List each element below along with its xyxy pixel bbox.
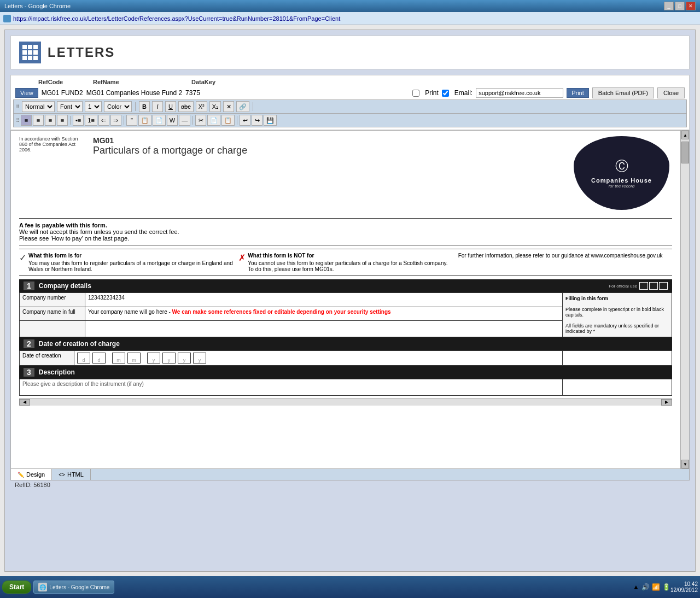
empty-value [85, 321, 563, 337]
align-left-btn[interactable]: ≡ [21, 115, 32, 126]
bold-btn[interactable]: B [139, 101, 150, 112]
company-name-label: Company name in full [20, 307, 85, 321]
align-justify-btn[interactable]: ≡ [57, 115, 68, 126]
email-input[interactable]: support@riskfree.co.uk [476, 88, 563, 98]
date-y2[interactable]: y [162, 353, 176, 364]
print-button[interactable]: Print [567, 88, 589, 98]
batch-email-button[interactable]: Batch Email (PDF) [592, 87, 654, 98]
vertical-scrollbar[interactable]: ▲ ▼ [680, 131, 689, 468]
date-y1[interactable]: y [147, 353, 160, 364]
tab-html-label: HTML [67, 471, 84, 478]
superscript-btn[interactable]: X² [196, 101, 207, 112]
official-use-boxes [639, 282, 668, 290]
taskbar: Start 🌐 Letters - Google Chrome ▲ 🔊 📶 🔋 … [0, 576, 700, 598]
size-select[interactable]: 1 [85, 101, 102, 112]
copy-btn[interactable]: 📄 [207, 115, 220, 126]
section2-header: 2 Date of creation of charge [19, 337, 672, 350]
subscript-btn[interactable]: X₂ [209, 101, 221, 112]
align-center-btn[interactable]: ≡ [33, 115, 44, 126]
company-name-value: Your company name will go here - We can … [85, 307, 563, 321]
close-window-btn[interactable]: ✕ [686, 2, 696, 10]
scroll-down-arrow[interactable]: ▼ [681, 460, 689, 468]
company-number-value: 123432234234 [85, 293, 563, 307]
style-select[interactable]: Normal [22, 101, 55, 112]
horizontal-scrollbar[interactable]: ◀ ▶ [19, 398, 672, 406]
scroll-right-arrow[interactable]: ▶ [661, 399, 672, 406]
ch-tagline: for the record [609, 184, 635, 189]
date-m2[interactable]: m [127, 353, 141, 364]
scroll-left-arrow[interactable]: ◀ [19, 399, 30, 406]
blockquote-btn[interactable]: " [126, 115, 137, 126]
toolbar-area: RefCode RefName DataKey View MG01 FUND2 … [10, 75, 690, 130]
underline-btn[interactable]: U [165, 101, 176, 112]
italic-btn[interactable]: I [152, 101, 163, 112]
paste2-btn[interactable]: 📋 [221, 115, 235, 126]
fee-notice-line2: Please see 'How to pay' on the last page… [19, 235, 129, 242]
redo-btn[interactable]: ↪ [252, 115, 262, 126]
strikethrough-btn[interactable]: abc [178, 101, 194, 112]
tray-icon1: ▲ [633, 583, 639, 591]
ref-name-value: MG01 Companies House Fund 2 [86, 89, 182, 97]
editor-toolbar-row2: ⠿ ≡ ≡ ≡ ≡ •≡ 1≡ ⇐ ⇒ " 📋 📄 W — ✂ 📄 📋 [13, 114, 687, 127]
filling-text2: All fields are mandatory unless specifie… [565, 323, 659, 334]
scroll-up-arrow[interactable]: ▲ [681, 131, 689, 139]
section3-table: Please give a description of the instrum… [19, 379, 672, 396]
logo-cell [33, 45, 38, 49]
maximize-btn[interactable]: □ [675, 2, 685, 10]
link-btn[interactable]: 🔗 [236, 101, 249, 112]
bullet-list-btn[interactable]: •≡ [73, 115, 84, 126]
date-d2[interactable]: d [92, 353, 106, 364]
start-button[interactable]: Start [2, 581, 31, 594]
paste-word-btn[interactable]: W [167, 115, 178, 126]
paste-btn[interactable]: 📋 [138, 115, 151, 126]
outdent-btn[interactable]: ⇐ [98, 115, 109, 126]
save-btn[interactable]: 💾 [264, 115, 277, 126]
app-container: LETTERS RefCode RefName DataKey View MG0… [4, 30, 696, 572]
url-text[interactable]: https://impact.riskfree.co.uk/Letters/Le… [13, 15, 340, 22]
paste-text-btn[interactable]: 📄 [153, 115, 166, 126]
separator2 [253, 102, 253, 111]
window-controls: _ □ ✕ [664, 2, 696, 10]
editable-notice: We can make some references fixed or edi… [172, 309, 391, 315]
minimize-btn[interactable]: _ [664, 2, 674, 10]
fee-notice-line1: We will not accept this form unless you … [19, 228, 179, 235]
print-label: Print [425, 89, 439, 97]
clock-date: 12/09/2012 [670, 587, 698, 593]
tab-design[interactable]: ✏️ Design [11, 469, 52, 480]
doc-header-center: MG01 Particulars of a mortgage or charge [85, 136, 574, 213]
font-select[interactable]: Font [57, 101, 83, 112]
align-right-btn[interactable]: ≡ [45, 115, 56, 126]
company-name-text: Your company name will go here - [88, 309, 172, 315]
bottom-tabs: ✏️ Design <> HTML [10, 469, 690, 480]
checkmark-icon: ✓ [19, 253, 26, 263]
cut-btn[interactable]: ✂ [195, 115, 206, 126]
close-button[interactable]: Close [657, 87, 685, 98]
date-y3[interactable]: y [178, 353, 191, 364]
date-y4[interactable]: y [193, 353, 206, 364]
numbered-list-btn[interactable]: 1≡ [85, 115, 97, 126]
filling-info-panel: Filling in this form Please complete in … [563, 293, 672, 337]
indent-btn[interactable]: ⇒ [110, 115, 121, 126]
undo-btn[interactable]: ↩ [240, 115, 250, 126]
ref-code-value: MG01 FUND2 [42, 89, 83, 97]
empty-label [20, 321, 85, 337]
hr-btn[interactable]: — [179, 115, 190, 126]
color-select[interactable]: Color [104, 101, 132, 112]
date-m1[interactable]: m [112, 353, 125, 364]
doc-title: Particulars of a mortgage or charge [93, 145, 565, 156]
ch-icon: Ⓒ [615, 157, 628, 175]
logo-cell [28, 56, 32, 60]
scroll-thumb[interactable] [681, 142, 689, 163]
taskbar-item-chrome[interactable]: 🌐 Letters - Google Chrome [33, 581, 114, 594]
print-checkbox[interactable] [412, 90, 419, 97]
view-button[interactable]: View [15, 88, 38, 98]
logo-cell [22, 56, 27, 60]
secure-icon [3, 15, 11, 22]
tab-html[interactable]: <> HTML [52, 469, 91, 480]
date-d1[interactable]: d [77, 353, 90, 364]
what-not-for-header: What this form is NOT for [248, 253, 452, 259]
form-purpose-row: ✓ What this form is for You may use this… [19, 249, 672, 276]
logo-cell [28, 45, 32, 49]
remove-format-btn[interactable]: ✕ [223, 101, 234, 112]
email-checkbox[interactable] [442, 90, 449, 97]
